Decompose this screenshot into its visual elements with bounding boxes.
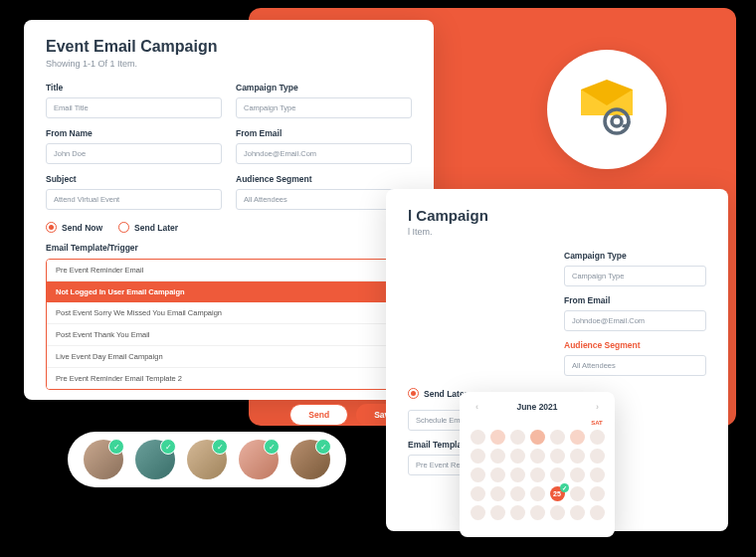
from-name-input[interactable] xyxy=(46,143,222,164)
calendar-day[interactable] xyxy=(471,467,485,482)
calendar-day[interactable] xyxy=(550,467,565,482)
radio-icon xyxy=(408,388,419,399)
radio-icon xyxy=(46,222,57,233)
template-option-selected[interactable]: Not Logged In User Email Campaign xyxy=(47,281,411,302)
calendar-day[interactable] xyxy=(510,449,525,464)
calendar-day[interactable] xyxy=(510,486,525,501)
envelope-at-icon xyxy=(573,76,641,143)
calendar-day-selected[interactable]: 25 xyxy=(550,486,565,501)
panel-title: l Campaign xyxy=(408,207,706,224)
result-count: Showing 1-1 Of 1 Item. xyxy=(46,59,412,69)
campaign-type-input[interactable] xyxy=(236,97,412,118)
subject-label: Subject xyxy=(46,174,222,184)
radio-icon xyxy=(118,222,129,233)
calendar-day[interactable] xyxy=(590,486,605,501)
calendar-day[interactable] xyxy=(550,430,565,445)
template-option[interactable]: Pre Event Reminder Email Template 2 xyxy=(47,368,411,389)
title-input[interactable] xyxy=(46,97,222,118)
result-count: l Item. xyxy=(408,227,706,237)
calendar-day[interactable] xyxy=(471,486,485,501)
send-later-radio[interactable]: Send Later xyxy=(408,388,468,399)
calendar-grid: 25 xyxy=(470,430,605,520)
panel-title: Event Email Campaign xyxy=(46,38,412,56)
campaign-type-label: Campaign Type xyxy=(236,83,412,93)
calendar-day[interactable] xyxy=(590,430,605,445)
title-label: Title xyxy=(46,83,222,93)
calendar-day[interactable] xyxy=(590,467,605,482)
send-later-radio[interactable]: Send Later xyxy=(118,222,178,233)
template-option[interactable]: Post Event Thank You Email xyxy=(47,324,411,346)
prev-month-icon[interactable]: ‹ xyxy=(475,402,478,412)
calendar-day[interactable] xyxy=(550,505,565,520)
calendar-day[interactable] xyxy=(570,505,585,520)
calendar-day[interactable] xyxy=(570,430,585,445)
avatar xyxy=(239,440,279,479)
campaign-type-input[interactable] xyxy=(564,266,706,286)
calendar-day[interactable] xyxy=(530,430,545,445)
avatar xyxy=(290,440,330,479)
subject-input[interactable] xyxy=(46,189,222,210)
calendar-day[interactable] xyxy=(510,467,525,482)
from-email-label: From Email xyxy=(236,128,412,138)
calendar-day[interactable] xyxy=(510,505,525,520)
calendar-day[interactable] xyxy=(570,467,585,482)
send-later-label: Send Later xyxy=(134,223,178,233)
template-option[interactable]: Live Event Day Email Campaign xyxy=(47,346,411,368)
from-email-label: From Email xyxy=(564,295,706,305)
calendar-day[interactable] xyxy=(471,430,485,445)
calendar-day[interactable] xyxy=(530,505,545,520)
calendar-day-labels: SAT xyxy=(470,420,605,426)
from-email-input[interactable] xyxy=(564,310,706,331)
calendar-day[interactable] xyxy=(530,486,545,501)
svg-point-1 xyxy=(612,116,622,126)
calendar-day[interactable] xyxy=(490,430,505,445)
email-campaign-panel-primary: Event Email Campaign Showing 1-1 Of 1 It… xyxy=(24,20,434,400)
calendar-day[interactable] xyxy=(590,505,605,520)
calendar-day[interactable] xyxy=(530,449,545,464)
email-icon-badge xyxy=(547,50,666,169)
template-dropdown[interactable]: Pre Event Reminder Email Not Logged In U… xyxy=(46,259,412,390)
send-now-label: Send Now xyxy=(62,223,102,233)
attendee-avatars xyxy=(68,432,346,487)
audience-label: Audience Segment xyxy=(236,174,412,184)
template-label: Email Template/Trigger xyxy=(46,243,412,253)
calendar-day[interactable] xyxy=(570,449,585,464)
calendar-day[interactable] xyxy=(570,486,585,501)
calendar-day[interactable] xyxy=(590,449,605,464)
from-email-input[interactable] xyxy=(236,143,412,164)
send-button[interactable]: Send xyxy=(289,404,348,426)
calendar-day[interactable] xyxy=(490,449,505,464)
calendar-day[interactable] xyxy=(490,467,505,482)
calendar-popover: ‹ June 2021 › SAT 25 xyxy=(460,392,615,537)
audience-label: Audience Segment xyxy=(564,340,706,350)
template-option[interactable]: Pre Event Reminder Email xyxy=(47,260,411,281)
calendar-day[interactable] xyxy=(471,449,485,464)
calendar-day[interactable] xyxy=(550,449,565,464)
calendar-day[interactable] xyxy=(471,505,485,520)
avatar xyxy=(84,440,123,479)
calendar-day[interactable] xyxy=(490,505,505,520)
calendar-day[interactable] xyxy=(490,486,505,501)
send-now-radio[interactable]: Send Now xyxy=(46,222,102,233)
calendar-month: June 2021 xyxy=(516,402,557,412)
template-option[interactable]: Post Event Sorry We Missed You Email Cam… xyxy=(47,302,411,324)
calendar-day[interactable] xyxy=(530,467,545,482)
campaign-type-label: Campaign Type xyxy=(564,251,706,261)
calendar-day[interactable] xyxy=(510,430,525,445)
from-name-label: From Name xyxy=(46,128,222,138)
avatar xyxy=(187,440,227,479)
audience-input[interactable] xyxy=(564,355,706,376)
avatar xyxy=(135,440,175,479)
next-month-icon[interactable]: › xyxy=(596,402,599,412)
